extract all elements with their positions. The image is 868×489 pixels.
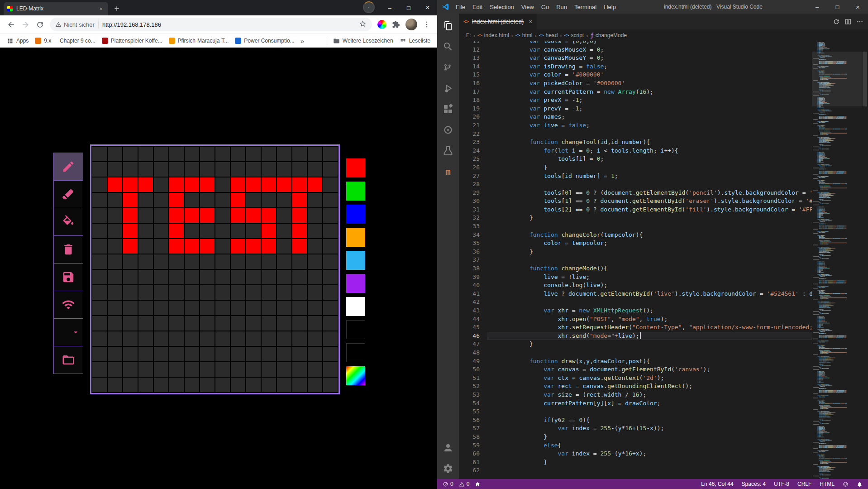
line-number[interactable]: 28	[459, 180, 480, 189]
led-cell[interactable]	[169, 331, 184, 346]
line-number[interactable]: 13	[459, 54, 480, 62]
scrollbar-thumb[interactable]	[863, 52, 867, 106]
led-cell[interactable]	[215, 378, 230, 392]
status-eol[interactable]: CRLF	[797, 481, 811, 487]
extensions-activity-icon[interactable]	[437, 99, 459, 120]
led-cell[interactable]	[92, 285, 107, 300]
led-cell[interactable]	[262, 270, 276, 284]
led-cell[interactable]	[138, 239, 153, 254]
split-editor-icon[interactable]	[844, 18, 852, 25]
led-cell[interactable]	[277, 316, 291, 331]
led-cell[interactable]	[123, 193, 138, 207]
code-line[interactable]: tools[i] = 0;	[487, 155, 812, 163]
led-cell[interactable]	[138, 177, 153, 192]
line-number[interactable]: 49	[459, 357, 480, 366]
led-cell[interactable]	[108, 162, 122, 177]
led-cell[interactable]	[123, 270, 138, 284]
led-cell[interactable]	[200, 331, 215, 346]
breadcrumb-item-changemode[interactable]: ƒchangeMode	[591, 32, 627, 38]
line-number[interactable]: 51	[459, 374, 480, 383]
code-line[interactable]: var xhr = new XMLHttpRequest();	[487, 307, 812, 315]
code-line[interactable]: var prevX = -1;	[487, 96, 812, 105]
led-cell[interactable]	[215, 270, 230, 284]
led-cell[interactable]	[277, 239, 291, 254]
code-line[interactable]: function changeTool(id,id_number){	[487, 138, 812, 147]
line-number[interactable]: 44	[459, 315, 480, 324]
led-cell[interactable]	[185, 316, 199, 331]
reopen-history-icon[interactable]	[833, 18, 840, 25]
extensions-menu-button[interactable]	[390, 19, 402, 30]
led-cell[interactable]	[92, 270, 107, 284]
security-chip[interactable]: Nicht sicher	[55, 21, 95, 28]
led-cell[interactable]	[138, 301, 153, 315]
led-cell[interactable]	[231, 270, 245, 284]
code-line[interactable]	[487, 408, 812, 416]
led-cell[interactable]	[138, 208, 153, 223]
line-number[interactable]: 23	[459, 138, 480, 147]
tool-pencil-button[interactable]	[53, 153, 83, 181]
led-cell[interactable]	[323, 378, 338, 392]
led-cell[interactable]	[108, 270, 122, 284]
palette-swatch-1[interactable]	[346, 182, 365, 201]
led-cell[interactable]	[323, 316, 338, 331]
led-cell[interactable]	[138, 285, 153, 300]
led-cell[interactable]	[246, 254, 261, 269]
vscode-maximize-button[interactable]: □	[827, 0, 848, 14]
led-cell[interactable]	[246, 301, 261, 315]
menu-edit[interactable]: Edit	[469, 0, 486, 14]
account-activity-icon[interactable]	[437, 437, 459, 458]
line-number[interactable]: 19	[459, 105, 480, 113]
led-cell[interactable]	[308, 239, 322, 254]
remote-explorer-activity-icon[interactable]	[437, 120, 459, 140]
line-number[interactable]: 41	[459, 290, 480, 298]
line-number[interactable]: 54	[459, 399, 480, 408]
led-cell[interactable]	[169, 239, 184, 254]
led-cell[interactable]	[185, 147, 199, 161]
led-cell[interactable]	[231, 301, 245, 315]
menu-help[interactable]: Help	[600, 0, 620, 14]
led-cell[interactable]	[323, 331, 338, 346]
led-cell[interactable]	[123, 177, 138, 192]
code-line[interactable]: var index = 255-(y*16+x);	[487, 450, 812, 458]
line-number[interactable]: 59	[459, 441, 480, 450]
led-cell[interactable]	[169, 347, 184, 361]
menu-selection[interactable]: Selection	[486, 0, 517, 14]
led-cell[interactable]	[185, 254, 199, 269]
led-cell[interactable]	[246, 177, 261, 192]
status-indentation[interactable]: Spaces: 4	[742, 481, 766, 487]
code-line[interactable]: tools[id_number] = 1;	[487, 172, 812, 181]
led-cell[interactable]	[185, 270, 199, 284]
led-cell[interactable]	[277, 331, 291, 346]
breadcrumb-item-indexhtml[interactable]: <>index.html	[477, 32, 509, 38]
led-cell[interactable]	[138, 147, 153, 161]
status-problems-errors[interactable]: 0	[443, 481, 453, 487]
led-cell[interactable]	[215, 285, 230, 300]
line-number[interactable]: 55	[459, 408, 480, 416]
led-cell[interactable]	[246, 316, 261, 331]
led-cell[interactable]	[154, 162, 168, 177]
code-line[interactable]: }	[487, 214, 812, 222]
led-cell[interactable]	[246, 224, 261, 238]
tab-close-button[interactable]: ×	[97, 5, 105, 12]
address-bar[interactable]: Nicht sicher http://192.168.178.186	[50, 18, 372, 31]
led-cell[interactable]	[292, 362, 307, 377]
palette-swatch-6[interactable]	[346, 297, 365, 316]
palette-swatch-7[interactable]	[346, 320, 365, 339]
led-cell[interactable]	[154, 347, 168, 361]
led-cell[interactable]	[123, 239, 138, 254]
led-cell[interactable]	[200, 316, 215, 331]
led-cell[interactable]	[215, 224, 230, 238]
led-cell[interactable]	[108, 285, 122, 300]
line-number[interactable]: 14	[459, 62, 480, 71]
led-cell[interactable]	[169, 378, 184, 392]
led-cell[interactable]	[108, 378, 122, 392]
led-cell[interactable]	[308, 362, 322, 377]
led-cell[interactable]	[231, 378, 245, 392]
led-cell[interactable]	[323, 254, 338, 269]
code-line[interactable]: }	[487, 163, 812, 172]
led-cell[interactable]	[277, 362, 291, 377]
search-activity-icon[interactable]	[437, 36, 459, 57]
led-cell[interactable]	[123, 347, 138, 361]
led-cell[interactable]	[138, 316, 153, 331]
led-cell[interactable]	[154, 301, 168, 315]
